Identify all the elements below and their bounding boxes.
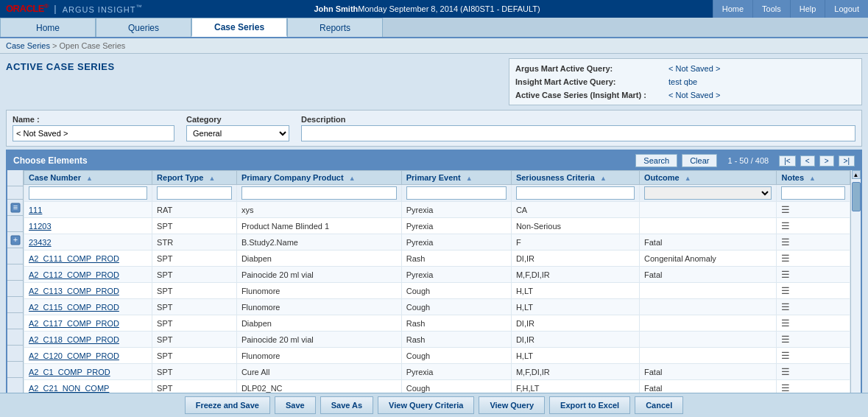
product-cell: Painocide 20 ml vial: [236, 332, 401, 348]
argus-mart-label: Argus Mart Active Query:: [515, 62, 663, 75]
insight-mart-label: Insight Mart Active Query:: [515, 75, 663, 88]
view-query-criteria-button[interactable]: View Query Criteria: [378, 396, 474, 414]
col-outcome[interactable]: Outcome ▲: [639, 171, 777, 185]
filter-primary-company-product[interactable]: [241, 186, 397, 200]
pagination-info: 1 - 50 / 408: [727, 156, 769, 165]
row-icon-1[interactable]: ≡: [7, 200, 23, 216]
notes-icon[interactable]: ☰: [781, 269, 790, 280]
tab-home[interactable]: Home: [0, 18, 96, 37]
filter-case-number[interactable]: [29, 186, 147, 200]
table-area: ≡ +: [7, 170, 861, 417]
prev-page-btn[interactable]: <: [800, 155, 815, 167]
notes-cell: ☰: [777, 315, 850, 332]
category-field-group: Category General Personal Shared: [186, 115, 289, 141]
freeze-and-save-button[interactable]: Freeze and Save: [185, 396, 270, 414]
case-number-link[interactable]: A2_C113_COMP_PROD: [29, 287, 119, 295]
filter-notes[interactable]: [781, 186, 845, 200]
main-nav: Home Queries Case Series Reports: [0, 18, 868, 38]
event-cell: Pyrexia: [401, 202, 511, 218]
notes-cell: ☰: [777, 267, 850, 283]
notes-cell: ☰: [777, 332, 850, 348]
notes-icon[interactable]: ☰: [781, 236, 790, 248]
notes-icon[interactable]: ☰: [781, 220, 790, 231]
row-icon-2[interactable]: +: [7, 232, 23, 248]
event-cell: Cough: [401, 299, 511, 315]
case-number-link[interactable]: 111: [29, 206, 42, 214]
logout-nav-btn[interactable]: Logout: [825, 0, 868, 18]
tab-case-series[interactable]: Case Series: [191, 18, 287, 37]
scroll-thumb[interactable]: [852, 182, 861, 211]
export-to-excel-button[interactable]: Export to Excel: [549, 396, 630, 414]
case-number-link[interactable]: A2_C112_COMP_PROD: [29, 270, 119, 279]
filter-report-type[interactable]: [157, 186, 232, 200]
description-input[interactable]: [301, 125, 855, 141]
table-row: A2_C1_COMP_PRODSPTCure AllPyrexiaM,F,DI,…: [24, 364, 850, 380]
tab-queries[interactable]: Queries: [96, 18, 191, 37]
case-number-link[interactable]: A2_C118_COMP_PROD: [29, 335, 119, 344]
col-seriousness-criteria[interactable]: Seriousness Criteria ▲: [511, 171, 639, 185]
next-page-btn[interactable]: >: [819, 155, 834, 167]
last-page-btn[interactable]: >|: [839, 155, 855, 167]
notes-icon[interactable]: ☰: [781, 318, 790, 329]
seriousness-cell: M,F,DI,IR: [511, 364, 639, 380]
case-number-link[interactable]: A2_C21_NON_COMP: [29, 384, 109, 393]
help-nav-btn[interactable]: Help: [790, 0, 825, 18]
first-page-btn[interactable]: |<: [779, 155, 795, 167]
choose-header: Choose Elements Search Clear 1 - 50 / 40…: [7, 151, 861, 170]
notes-icon[interactable]: ☰: [781, 301, 790, 312]
event-cell: Pyrexia: [401, 218, 511, 234]
save-as-button[interactable]: Save As: [320, 396, 373, 414]
notes-icon[interactable]: ☰: [781, 253, 790, 264]
top-nav-buttons: Home Tools Help Logout: [713, 0, 868, 18]
top-bar: ORACLE® | ARGUS INSIGHT™ John SmithMonda…: [0, 0, 868, 18]
product-cell: Product Name Blinded 1: [236, 218, 401, 234]
cancel-button[interactable]: Cancel: [635, 396, 683, 414]
col-notes[interactable]: Notes ▲: [777, 171, 850, 185]
page-content: ACTIVE CASE SERIES Argus Mart Active Que…: [0, 54, 868, 417]
save-button[interactable]: Save: [275, 396, 316, 414]
scroll-up-btn[interactable]: ▲: [852, 170, 861, 179]
case-number-link[interactable]: 11203: [29, 222, 52, 231]
name-input[interactable]: [13, 125, 174, 141]
case-number-link[interactable]: 23432: [29, 238, 52, 247]
clear-button[interactable]: Clear: [682, 154, 717, 167]
report-type-cell: RAT: [152, 202, 237, 218]
case-number-link[interactable]: A2_C117_COMP_PROD: [29, 319, 119, 328]
case-number-link[interactable]: A2_C120_COMP_PROD: [29, 351, 119, 360]
filter-outcome-select[interactable]: [644, 186, 772, 200]
product-cell: Diabpen: [236, 315, 401, 332]
report-type-cell: SPT: [152, 218, 237, 234]
search-button[interactable]: Search: [635, 154, 677, 167]
event-cell: Pyrexia: [401, 234, 511, 250]
notes-icon[interactable]: ☰: [781, 366, 790, 377]
notes-icon[interactable]: ☰: [781, 350, 790, 361]
case-number-link[interactable]: A2_C115_COMP_PROD: [29, 303, 119, 312]
notes-cell: ☰: [777, 234, 850, 250]
col-case-number[interactable]: Case Number ▲: [24, 171, 152, 185]
view-query-button[interactable]: View Query: [479, 396, 545, 414]
outcome-cell: [639, 283, 777, 299]
choose-elements-title: Choose Elements: [13, 155, 88, 166]
name-label: Name :: [13, 115, 174, 124]
notes-icon[interactable]: ☰: [781, 382, 790, 393]
filter-primary-event[interactable]: [406, 186, 507, 200]
seriousness-cell: DI,IR: [511, 250, 639, 267]
col-primary-event[interactable]: Primary Event ▲: [401, 171, 511, 185]
filter-seriousness-criteria[interactable]: [516, 186, 635, 200]
vertical-scrollbar[interactable]: ▲ ▼: [850, 170, 861, 417]
col-report-type[interactable]: Report Type ▲: [152, 171, 237, 185]
col-primary-company-product[interactable]: Primary Company Product ▲: [236, 171, 401, 185]
report-type-cell: SPT: [152, 364, 237, 380]
table-row: 111RATxysPyrexiaCA☰: [24, 202, 850, 218]
case-number-link[interactable]: A2_C111_COMP_PROD: [29, 254, 119, 263]
notes-icon[interactable]: ☰: [781, 204, 790, 215]
notes-icon[interactable]: ☰: [781, 285, 790, 296]
home-nav-btn[interactable]: Home: [713, 0, 752, 18]
notes-icon[interactable]: ☰: [781, 334, 790, 345]
tools-nav-btn[interactable]: Tools: [752, 0, 790, 18]
category-select[interactable]: General Personal Shared: [186, 125, 289, 141]
tab-reports[interactable]: Reports: [287, 18, 383, 37]
description-label: Description: [301, 115, 855, 124]
breadcrumb-case-series[interactable]: Case Series: [6, 41, 50, 50]
case-number-link[interactable]: A2_C1_COMP_PROD: [29, 368, 110, 376]
